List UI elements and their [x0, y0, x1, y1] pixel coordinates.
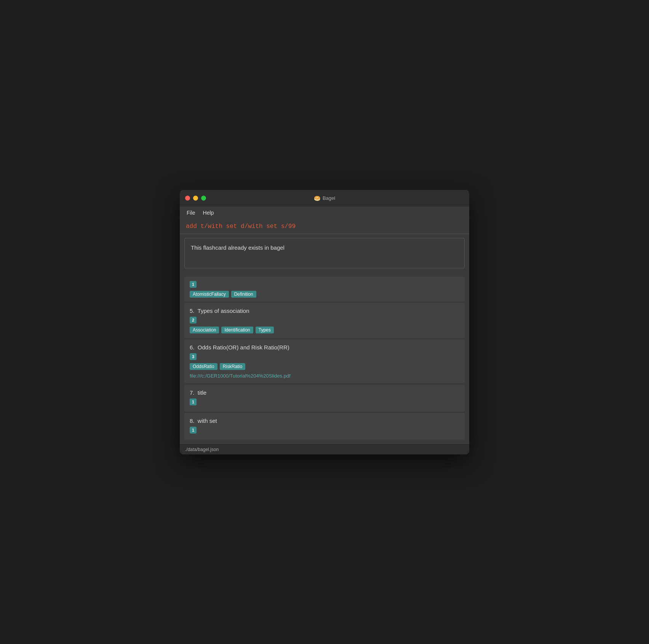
tag: Definition [231, 291, 256, 298]
card-badge: 1 [190, 281, 197, 288]
tags-row: Association Identification Types [190, 327, 459, 333]
card-badge: 3 [190, 353, 197, 360]
card-number: 5. Types of association [190, 308, 249, 314]
tag: AtomisticFallacy [190, 291, 229, 298]
flashcard-item[interactable]: 7. title 1 [184, 385, 465, 411]
flashcard-item[interactable]: 5. Types of association 2 Association Id… [184, 303, 465, 338]
traffic-lights [185, 196, 206, 201]
card-link[interactable]: file:///c:/GER1000/Tutorial%204%20Slides… [190, 373, 459, 379]
card-title: 5. Types of association [190, 308, 459, 314]
flashcard-item[interactable]: 6. Odds Ratio(OR) and Risk Ratio(RR) 3 O… [184, 340, 465, 383]
menu-file[interactable]: File [184, 208, 198, 217]
card-title: 8. with set [190, 418, 459, 424]
maximize-button[interactable] [201, 196, 206, 201]
tags-row: AtomisticFallacy Definition [190, 291, 459, 298]
flashcard-item[interactable]: 1 AtomisticFallacy Definition [184, 277, 465, 301]
window-title-text: Bagel [323, 195, 335, 201]
status-bar: ./data/bagel.json [180, 444, 469, 454]
window-title: 🥯 Bagel [314, 195, 335, 201]
card-badge: 2 [190, 317, 197, 324]
command-input[interactable] [186, 223, 463, 230]
command-bar [180, 219, 469, 234]
flashcard-item[interactable]: 8. with set 1 [184, 413, 465, 440]
tags-row: OddsRatio RiskRatio [190, 363, 459, 370]
card-number: 6. Odds Ratio(OR) and Risk Ratio(RR) [190, 344, 289, 351]
tag: Association [190, 327, 219, 333]
menu-bar: File Help [180, 207, 469, 219]
content-area[interactable]: 1 AtomisticFallacy Definition 5. Types o… [180, 272, 469, 444]
title-bar: 🥯 Bagel [180, 190, 469, 207]
status-text: ./data/bagel.json [185, 447, 219, 452]
tag: RiskRatio [220, 363, 245, 370]
notification-text: This flashcard already exists in bagel [191, 244, 285, 251]
card-number: 7. title [190, 389, 206, 396]
minimize-button[interactable] [193, 196, 198, 201]
tag: OddsRatio [190, 363, 217, 370]
card-title: 7. title [190, 389, 459, 396]
card-number: 8. with set [190, 418, 217, 424]
card-title: 6. Odds Ratio(OR) and Risk Ratio(RR) [190, 344, 459, 351]
card-badge: 1 [190, 399, 197, 405]
tag: Identification [221, 327, 253, 333]
card-badge: 1 [190, 427, 197, 434]
tag: Types [256, 327, 274, 333]
app-icon: 🥯 [314, 195, 320, 201]
notification-box: This flashcard already exists in bagel [184, 238, 465, 268]
menu-help[interactable]: Help [200, 208, 217, 217]
close-button[interactable] [185, 196, 190, 201]
app-window: 🥯 Bagel File Help This flashcard already… [180, 190, 469, 454]
